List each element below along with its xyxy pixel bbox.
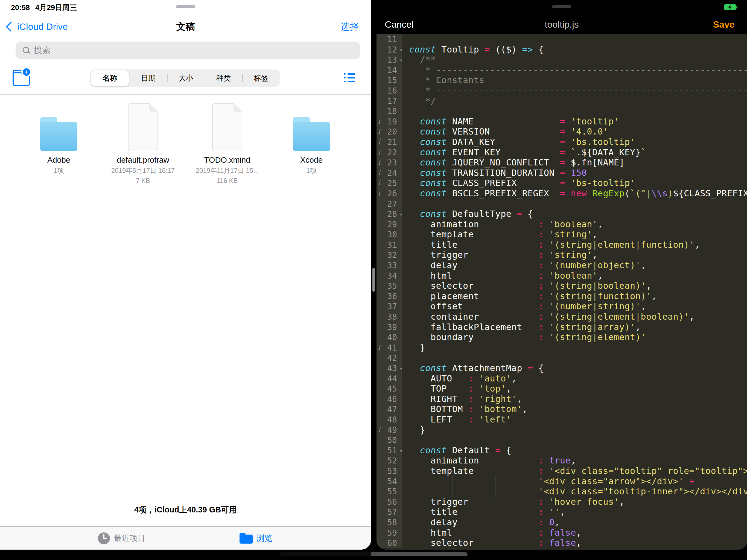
code-line-60[interactable]: 60 selector : false,	[377, 538, 747, 548]
code-text[interactable]: const VERSION = '4.0.0'	[402, 127, 747, 137]
code-line-22[interactable]: i22 const EVENT_KEY = `.${DATA_KEY}`	[377, 147, 747, 158]
file-item[interactable]: Xcode1项	[269, 103, 354, 175]
code-line-48[interactable]: 48 LEFT : 'left'	[377, 414, 747, 425]
code-line-13[interactable]: 13▾ /**	[377, 55, 747, 65]
code-line-32[interactable]: 32 trigger : 'string',	[377, 250, 747, 260]
code-line-29[interactable]: 29 animation : 'boolean',	[377, 219, 747, 230]
code-text[interactable]: trigger : 'hover focus',	[402, 497, 747, 507]
code-text[interactable]: template : '<div class="tooltip" role="t…	[402, 466, 747, 476]
code-line-26[interactable]: i26 const BSCLS_PREFIX_REGEX = new RegEx…	[377, 188, 747, 199]
code-text[interactable]: const CLASS_PREFIX = 'bs-tooltip'	[402, 178, 747, 188]
fold-arrow-icon[interactable]: ▾	[400, 45, 402, 55]
code-line-56[interactable]: 56 trigger : 'hover focus',	[377, 497, 747, 507]
file-item[interactable]: TODO.xmind2019年11月17日 15...116 KB	[185, 103, 269, 185]
code-line-42[interactable]: 42	[377, 353, 747, 363]
code-line-39[interactable]: 39 fallbackPlacement : '(string|array)',	[377, 322, 747, 332]
code-line-30[interactable]: 30 template : 'string',	[377, 229, 747, 240]
split-view-divider-handle[interactable]	[372, 268, 375, 292]
code-text[interactable]: fallbackPlacement : '(string|array)',	[402, 322, 747, 332]
code-text[interactable]: }	[402, 425, 747, 435]
fold-arrow-icon[interactable]: ▾	[400, 209, 402, 219]
code-line-27[interactable]: 27	[377, 199, 747, 209]
code-line-23[interactable]: i23 const JQUERY_NO_CONFLICT = $.fn[NAME…	[377, 157, 747, 168]
code-line-43[interactable]: 43▾ const AttachmentMap = {	[377, 363, 747, 374]
code-line-55[interactable]: 55 '<div class="tooltip-inner"></div></d…	[377, 486, 747, 497]
code-line-40[interactable]: 40 boundary : '(string|element)'	[377, 332, 747, 342]
code-line-17[interactable]: 17 */	[377, 96, 747, 106]
code-line-49[interactable]: i49 }	[377, 425, 747, 435]
code-line-12[interactable]: 12▾const Tooltip = (($) => {	[377, 45, 747, 55]
code-text[interactable]: const EVENT_KEY = `.${DATA_KEY}`	[402, 147, 747, 158]
code-line-58[interactable]: 58 delay : 0,	[377, 517, 747, 528]
code-text[interactable]: animation : true,	[402, 456, 747, 466]
code-line-19[interactable]: i19 const NAME = 'tooltip'	[377, 117, 747, 127]
code-text[interactable]: * --------------------------------------…	[402, 65, 747, 75]
code-text[interactable]	[402, 34, 747, 45]
fold-arrow-icon[interactable]: ▾	[400, 446, 402, 456]
code-line-57[interactable]: 57 title : '',	[377, 507, 747, 517]
code-line-59[interactable]: 59 html : false,	[377, 528, 747, 538]
code-text[interactable]: delay : '(number|object)',	[402, 260, 747, 271]
code-text[interactable]: const BSCLS_PREFIX_REGEX = new RegExp(`(…	[402, 188, 747, 199]
sort-tab-大小[interactable]: 大小	[167, 70, 205, 87]
code-line-50[interactable]: 50	[377, 435, 747, 446]
code-line-11[interactable]: 11	[377, 34, 747, 45]
sort-tab-日期[interactable]: 日期	[130, 70, 168, 87]
code-text[interactable]: const Default = {	[402, 446, 747, 456]
code-line-38[interactable]: 38 container : '(string|element|boolean)…	[377, 312, 747, 322]
code-text[interactable]: '<div class="arrow"></div>' +	[402, 476, 747, 487]
code-line-16[interactable]: 16 * -----------------------------------…	[377, 85, 747, 96]
code-text[interactable]: container : '(string|element|boolean)',	[402, 312, 747, 322]
code-line-31[interactable]: 31 title : '(string|element|function)',	[377, 240, 747, 250]
code-text[interactable]: AUTO : 'auto',	[402, 374, 747, 384]
code-line-54[interactable]: 54 '<div class="arrow"></div>' +	[377, 476, 747, 487]
code-line-20[interactable]: i20 const VERSION = '4.0.0'	[377, 127, 747, 137]
list-view-button[interactable]	[344, 72, 356, 83]
code-text[interactable]: boundary : '(string|element)'	[402, 332, 747, 342]
file-item[interactable]: Adobe1项	[17, 103, 101, 175]
fold-arrow-icon[interactable]: ▾	[400, 364, 402, 374]
code-editor[interactable]: 1112▾const Tooltip = (($) => {13▾ /**14 …	[377, 34, 747, 550]
code-line-25[interactable]: i25 const CLASS_PREFIX = 'bs-tooltip'	[377, 178, 747, 188]
code-line-18[interactable]: 18	[377, 106, 747, 117]
window-drag-handle-right[interactable]	[552, 5, 571, 8]
code-text[interactable]: const Tooltip = (($) => {	[402, 45, 747, 55]
code-line-24[interactable]: i24 const TRANSITION_DURATION = 150	[377, 168, 747, 178]
code-text[interactable]: selector : false,	[402, 538, 747, 548]
code-line-21[interactable]: i21 const DATA_KEY = 'bs.tooltip'	[377, 137, 747, 147]
code-text[interactable]: const DATA_KEY = 'bs.tooltip'	[402, 137, 747, 147]
home-indicator[interactable]	[280, 552, 468, 556]
code-text[interactable]: * --------------------------------------…	[402, 85, 747, 96]
code-text[interactable]: const DefaultType = {	[402, 209, 747, 219]
code-line-35[interactable]: 35 selector : '(string|boolean)',	[377, 281, 747, 291]
code-line-15[interactable]: 15 * Constants	[377, 75, 747, 85]
code-text[interactable]	[402, 435, 747, 446]
code-text[interactable]: delay : 0,	[402, 517, 747, 528]
tab-bar-item-浏览[interactable]: 浏览	[239, 527, 272, 550]
code-line-44[interactable]: 44 AUTO : 'auto',	[377, 374, 747, 384]
code-text[interactable]	[402, 353, 747, 363]
code-text[interactable]: template : 'string',	[402, 229, 747, 240]
code-text[interactable]	[402, 106, 747, 117]
new-folder-button[interactable]: +	[12, 69, 31, 85]
code-text[interactable]: '<div class="tooltip-inner"></div></div>…	[402, 486, 747, 497]
code-text[interactable]: const AttachmentMap = {	[402, 363, 747, 374]
fold-arrow-icon[interactable]: ▾	[400, 55, 402, 65]
sort-tab-种类[interactable]: 种类	[205, 70, 242, 87]
code-text[interactable]: selector : '(string|boolean)',	[402, 281, 747, 291]
sort-tab-标签[interactable]: 标签	[242, 70, 280, 87]
code-text[interactable]: const TRANSITION_DURATION = 150	[402, 168, 747, 178]
code-text[interactable]: offset : '(number|string)',	[402, 301, 747, 312]
code-text[interactable]: TOP : 'top',	[402, 384, 747, 394]
code-line-37[interactable]: 37 offset : '(number|string)',	[377, 301, 747, 312]
code-text[interactable]: trigger : 'string',	[402, 250, 747, 260]
code-line-52[interactable]: 52 animation : true,	[377, 456, 747, 466]
code-text[interactable]: html : false,	[402, 528, 747, 538]
code-text[interactable]: const JQUERY_NO_CONFLICT = $.fn[NAME]	[402, 157, 747, 168]
code-line-41[interactable]: i41 }	[377, 342, 747, 353]
file-item[interactable]: default.profraw2019年5月17日 16:177 KB	[101, 103, 185, 185]
code-text[interactable]: html : 'boolean',	[402, 271, 747, 281]
code-line-47[interactable]: 47 BOTTOM : 'bottom',	[377, 404, 747, 414]
code-line-46[interactable]: 46 RIGHT : 'right',	[377, 394, 747, 404]
code-line-51[interactable]: 51▾ const Default = {	[377, 446, 747, 456]
